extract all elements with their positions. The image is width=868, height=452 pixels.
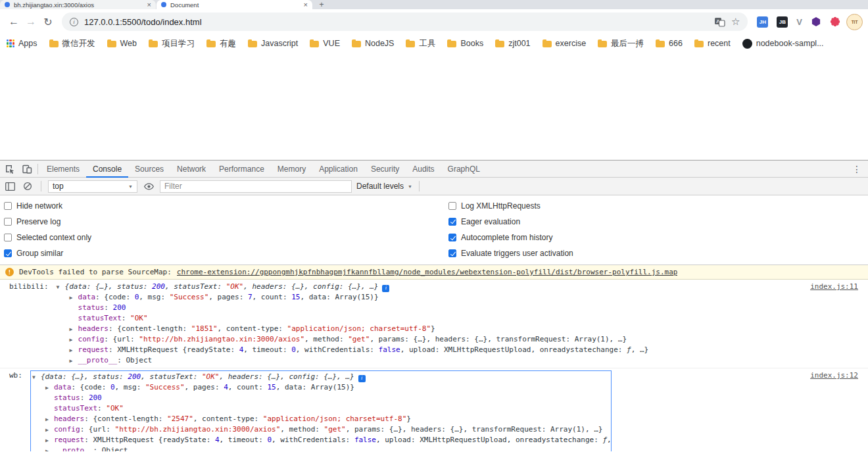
devtools-tab-network[interactable]: Network	[170, 161, 212, 178]
hexagon-extension-icon[interactable]	[811, 16, 821, 27]
checkbox[interactable]	[448, 218, 456, 226]
bookmark-folder-item[interactable]: Javascript	[248, 39, 298, 48]
bookmark-folder-item[interactable]: Books	[447, 39, 483, 48]
extension-icon-v[interactable]: V	[796, 17, 802, 27]
bookmark-folder-item[interactable]: 项目学习	[149, 38, 195, 49]
setting-evaluate-triggers-user-activation[interactable]: Evaluate triggers user activation	[448, 249, 573, 259]
devtools-tab-audits[interactable]: Audits	[406, 161, 441, 178]
refresh-icon[interactable]: ↻	[39, 13, 57, 30]
bookmark-folder-item[interactable]: 微信开发	[49, 38, 95, 49]
bookmark-folder-item[interactable]: 666	[656, 39, 683, 48]
forward-icon[interactable]: →	[22, 13, 39, 30]
devtools-tab-memory[interactable]: Memory	[271, 161, 312, 178]
bookmark-github[interactable]: nodebook-sampl...	[742, 39, 824, 49]
checkbox[interactable]	[4, 234, 12, 241]
devtools-tab-graphql[interactable]: GraphQL	[441, 161, 487, 178]
tree-line[interactable]: ▼{data: {…}, status: 200, statusText: "O…	[32, 372, 610, 382]
extension-icon-jb[interactable]: JB	[777, 16, 788, 28]
checkbox[interactable]	[448, 202, 456, 210]
translate-icon[interactable]: A	[714, 16, 725, 28]
setting-selected-context-only[interactable]: Selected context only	[4, 233, 448, 243]
address-bar[interactable]: i 127.0.0.1:5500/todo/index.html A ☆	[62, 13, 748, 31]
devtools-tab-sources[interactable]: Sources	[128, 161, 170, 178]
devtools-tab-performance[interactable]: Performance	[212, 161, 271, 178]
filter-input[interactable]	[160, 180, 352, 193]
expander-closed-icon[interactable]: ▶	[45, 446, 54, 451]
bookmark-folder-item[interactable]: NodeJS	[352, 39, 394, 48]
expander-closed-icon[interactable]: ▶	[70, 293, 78, 303]
setting-eager-evaluation[interactable]: Eager evaluation	[448, 216, 573, 226]
devtools-tab-application[interactable]: Application	[312, 161, 364, 178]
checkbox[interactable]	[4, 218, 12, 226]
devtools-tab-security[interactable]: Security	[364, 161, 406, 178]
tree-line[interactable]: ▶request: XMLHttpRequest {readyState: 4,…	[57, 345, 649, 355]
inspect-element-icon[interactable]	[1, 161, 18, 177]
checkbox[interactable]	[448, 234, 456, 241]
expander-closed-icon[interactable]: ▶	[70, 345, 78, 356]
setting-group-similar[interactable]: Group similar	[4, 249, 448, 259]
tab-close-icon[interactable]: ×	[304, 1, 308, 9]
checkbox[interactable]	[448, 249, 456, 257]
tree-line[interactable]: status: 200	[57, 303, 649, 313]
tree-line[interactable]: statusText: "OK"	[57, 313, 649, 324]
page-info-icon[interactable]: i	[70, 18, 78, 26]
extension-icon-jh[interactable]: JH	[757, 16, 768, 28]
expander-closed-icon[interactable]: ▶	[45, 414, 54, 425]
devtools-menu-dots-icon[interactable]: ⋮	[846, 164, 868, 174]
profile-avatar[interactable]: TIT	[846, 14, 863, 30]
bookmark-folder-item[interactable]: 有趣	[206, 38, 236, 49]
expander-open-icon[interactable]: ▼	[57, 282, 65, 293]
setting-hide-network[interactable]: Hide network	[4, 201, 448, 211]
browser-tab-2[interactable]: Document ×	[157, 0, 312, 9]
new-tab-button[interactable]: +	[313, 0, 330, 9]
bookmark-folder-item[interactable]: VUE	[310, 39, 340, 48]
expander-closed-icon[interactable]: ▶	[45, 436, 54, 446]
expander-closed-icon[interactable]: ▶	[70, 324, 78, 335]
setting-log-xmlhttprequests[interactable]: Log XMLHttpRequests	[448, 201, 573, 211]
checkbox[interactable]	[4, 249, 12, 257]
tree-line[interactable]: ▼{data: {…}, status: 200, statusText: "O…	[57, 282, 649, 292]
tree-line[interactable]: ▶__proto__: Object	[57, 355, 649, 366]
tree-line[interactable]: ▶headers: {content-length: "1851", conte…	[57, 324, 649, 334]
bookmark-star-icon[interactable]: ☆	[731, 16, 740, 28]
expander-closed-icon[interactable]: ▶	[45, 425, 54, 436]
bookmark-folder-item[interactable]: zjt001	[495, 39, 530, 48]
context-dropdown[interactable]: top ▼	[48, 180, 137, 193]
setting-autocomplete-from-history[interactable]: Autocomplete from history	[448, 233, 573, 243]
bookmark-folder-item[interactable]: 工具	[406, 38, 435, 49]
tree-line[interactable]: ▶data: {code: 0, msg: "Success", pages: …	[57, 292, 649, 303]
tree-line[interactable]: ▶request: XMLHttpRequest {readyState: 4,…	[32, 435, 610, 445]
default-levels-dropdown[interactable]: Default levels ▼	[356, 182, 412, 191]
source-location-link[interactable]: index.js:12	[810, 370, 858, 381]
tree-line[interactable]: ▶__proto__: Object	[32, 445, 610, 451]
tree-line[interactable]: statusText: "OK"	[32, 403, 610, 414]
flower-extension-icon[interactable]	[830, 16, 840, 27]
live-expression-eye-icon[interactable]	[142, 180, 155, 193]
expander-closed-icon[interactable]: ▶	[70, 335, 78, 345]
device-toolbar-icon[interactable]	[18, 161, 36, 177]
bookmark-folder-item[interactable]: Web	[107, 39, 137, 48]
tree-line[interactable]: ▶headers: {content-length: "2547", conte…	[32, 414, 610, 424]
expander-closed-icon[interactable]: ▶	[70, 356, 78, 366]
sourcemap-link[interactable]: chrome-extension://gppongmhjkpfnbhagpmjf…	[177, 268, 678, 276]
expander-open-icon[interactable]: ▼	[32, 372, 41, 383]
console-sidebar-icon[interactable]	[3, 180, 16, 193]
bookmark-folder-item[interactable]: exercise	[542, 39, 587, 48]
source-location-link[interactable]: index.js:11	[810, 282, 858, 292]
devtools-tab-elements[interactable]: Elements	[40, 161, 86, 178]
tab-close-icon[interactable]: ×	[147, 1, 151, 9]
expander-closed-icon[interactable]: ▶	[45, 383, 54, 393]
browser-tab-1[interactable]: bh.zhijiangtao.xin:3000/axios ×	[0, 0, 156, 9]
back-icon[interactable]: ←	[5, 13, 22, 30]
checkbox[interactable]	[4, 202, 12, 210]
tree-line[interactable]: ▶data: {code: 0, msg: "Success", pages: …	[32, 382, 610, 393]
tree-line[interactable]: status: 200	[32, 393, 610, 403]
tree-line[interactable]: ▶config: {url: "http://bh.zhijiangtao.xi…	[57, 334, 649, 345]
bookmark-folder-item[interactable]: 最后一搏	[598, 38, 644, 49]
bookmark-apps[interactable]: Apps	[7, 39, 37, 48]
devtools-tab-console[interactable]: Console	[86, 161, 128, 178]
clear-console-icon[interactable]	[21, 180, 34, 193]
bookmark-folder-item[interactable]: recent	[694, 39, 731, 48]
tree-line[interactable]: ▶config: {url: "http://bh.zhijiangtao.xi…	[32, 424, 610, 435]
setting-preserve-log[interactable]: Preserve log	[4, 216, 448, 226]
